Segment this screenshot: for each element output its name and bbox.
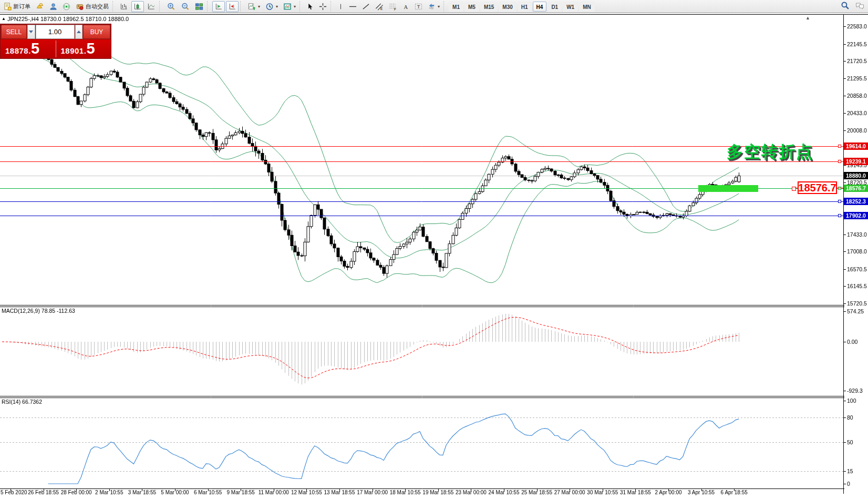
timeframe-h4-button[interactable]: H4: [533, 2, 547, 12]
crosshair-icon: [319, 3, 327, 11]
toolbar-separator: [443, 1, 447, 12]
time-tick-label: 31 Mar 18:55: [620, 490, 651, 495]
timeframe-mn-button[interactable]: MN: [579, 2, 595, 12]
price-tick-label: 21720.5: [847, 58, 867, 64]
price-badge: 19239.1: [844, 158, 868, 165]
time-tick-label: 19 Mar 18:55: [422, 490, 453, 495]
chart-ohlc-header: JPN225-,H4 18730.0 18962.5 18710.0 18880…: [7, 16, 129, 22]
community-button[interactable]: [47, 1, 59, 12]
cursor-icon: [307, 3, 314, 11]
text-tool-button[interactable]: A: [400, 1, 411, 12]
vline-icon: [338, 3, 344, 11]
chart-shift-button[interactable]: [226, 1, 239, 12]
indicator-tick-label: 15: [847, 468, 853, 474]
indicator-tick-label: 0.00: [847, 339, 857, 345]
highlight-zone-rect[interactable]: [698, 185, 758, 192]
timeframe-m1-button[interactable]: M1: [449, 2, 463, 12]
trendline-tool-button[interactable]: [360, 1, 372, 12]
indicator-tick-label: 0: [847, 481, 850, 487]
zoom-out-button[interactable]: [179, 1, 192, 12]
profiles-button[interactable]: ▾: [263, 1, 280, 12]
timeframe-h1-button[interactable]: H1: [518, 2, 532, 12]
chart-collapse-icon[interactable]: ▲: [2, 16, 6, 21]
zoom-in-button[interactable]: [164, 1, 178, 12]
sell-button[interactable]: SELL: [1, 25, 27, 39]
timeframe-m30-button[interactable]: M30: [499, 2, 516, 12]
horizontal-line-tool-button[interactable]: [347, 1, 359, 12]
timeframe-m5-button[interactable]: M5: [464, 2, 479, 12]
new-order-button[interactable]: 新订单: [2, 1, 33, 12]
buy-button[interactable]: BUY: [83, 25, 110, 39]
time-tick-label: 5 Feb 2020: [1, 490, 27, 495]
time-tick-label: 23 Mar 00:00: [456, 490, 487, 495]
indicator-tick-label: -929.3: [847, 388, 863, 394]
price-tick-label: 20858.0: [847, 93, 867, 99]
label-tool-button[interactable]: T: [412, 1, 425, 12]
lot-size-input[interactable]: [36, 25, 75, 39]
time-tick-label: 17 Mar 00:00: [357, 490, 388, 495]
toolbar-separator: [299, 1, 303, 12]
signal-icon: [63, 3, 70, 11]
new-chart-button[interactable]: ▾: [245, 1, 262, 12]
trade-panel-controls: SELL BUY: [1, 24, 111, 39]
time-tick-label: 3 Apr 10:55: [688, 490, 715, 495]
robot-icon: [76, 3, 84, 11]
chart-text-annotation[interactable]: 多空转折点: [727, 141, 813, 163]
channel-tool-button[interactable]: E: [373, 1, 386, 12]
time-tick-label: 12 Mar 10:55: [291, 490, 322, 495]
vertical-line-tool-button[interactable]: [336, 1, 346, 12]
svg-text:E: E: [380, 7, 383, 11]
indicators-icon: [283, 3, 292, 11]
line-chart-mode-button[interactable]: [145, 1, 158, 12]
svg-text:T: T: [417, 4, 420, 9]
lot-increase-button[interactable]: [75, 25, 83, 39]
auto-scroll-button[interactable]: [212, 1, 225, 12]
price-badge: 17902.0: [844, 212, 868, 219]
search-icon[interactable]: [841, 1, 850, 12]
time-tick-label: 24 Mar 10:55: [489, 490, 520, 495]
indicator-tick-label: 80: [847, 414, 853, 421]
spinner-down-icon: [29, 30, 33, 33]
signals-button[interactable]: [60, 1, 73, 12]
mt4-terminal: 新订单自动交易▾▾▾EFAT▾M1M5M15M30H1H4D1W1MN ▲ JP…: [0, 0, 868, 499]
timeframe-d1-button[interactable]: D1: [547, 2, 562, 12]
cursor-tool-button[interactable]: [305, 1, 316, 12]
lot-decrease-button[interactable]: [27, 25, 35, 39]
ask-price-pips: 5: [86, 42, 95, 55]
time-tick-label: 25 Mar 18:55: [521, 490, 552, 495]
crosshair-tool-button[interactable]: [317, 1, 329, 12]
shapes-icon: [428, 3, 436, 11]
bar-chart-mode-button[interactable]: [118, 1, 130, 12]
time-tick-label: 6 Apr 18:55: [721, 490, 748, 495]
time-tick-label: 2 Apr 00:00: [655, 490, 681, 495]
autotrade-button[interactable]: 自动交易: [74, 1, 111, 12]
chart-shift-marker-icon[interactable]: ▲: [805, 15, 810, 21]
price-tick-label: 22583.0: [847, 23, 867, 29]
price-badge: 18252.3: [844, 198, 868, 205]
zoomout-icon: [181, 2, 190, 11]
market-watch-button[interactable]: [34, 1, 46, 12]
bid-price-pips: 5: [31, 42, 39, 55]
tile-windows-button[interactable]: [193, 1, 205, 12]
fibonacci-tool-button[interactable]: F: [387, 1, 399, 12]
indicator-tick-label: 50: [847, 439, 853, 445]
price-chart-canvas[interactable]: [0, 14, 868, 499]
candlestick-mode-button[interactable]: [131, 1, 144, 12]
price-tick-label: 17433.0: [847, 231, 867, 238]
price-label-callout[interactable]: 18576.7: [798, 181, 837, 194]
indicator-tick-label: 100: [847, 398, 856, 404]
timeframe-w1-button[interactable]: W1: [563, 2, 578, 12]
time-tick-label: 26 Feb 18:55: [28, 490, 59, 495]
ask-price[interactable]: 18901.5: [56, 39, 111, 58]
price-tick-label: 17008.0: [847, 248, 867, 254]
timeframe-m15-button[interactable]: M15: [480, 2, 498, 12]
time-tick-label: 5 Mar 00:00: [161, 490, 189, 495]
time-tick-label: 30 Mar 10:55: [587, 490, 618, 495]
chat-icon[interactable]: [855, 2, 865, 12]
shapes-tool-button[interactable]: ▾: [426, 1, 442, 12]
price-badge: 18880.0: [844, 172, 868, 179]
toolbar-separator: [159, 1, 163, 12]
indicators-button[interactable]: ▾: [281, 1, 298, 12]
time-tick-label: 3 Mar 18:55: [128, 490, 156, 495]
bid-price[interactable]: 18878.5: [1, 39, 56, 58]
